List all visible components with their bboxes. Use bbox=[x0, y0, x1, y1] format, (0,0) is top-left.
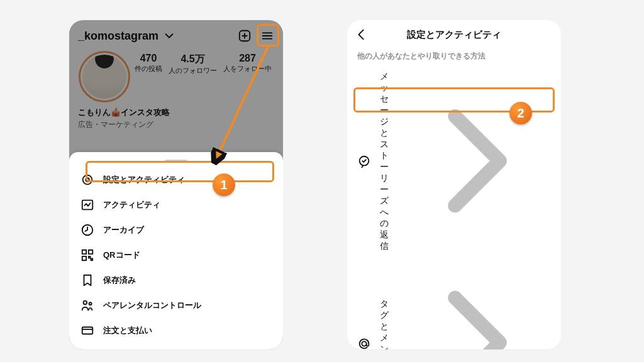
svg-rect-11 bbox=[89, 250, 92, 254]
saved-icon bbox=[80, 273, 94, 287]
tags-icon bbox=[357, 337, 371, 350]
svg-point-29 bbox=[362, 341, 366, 346]
profile-menu-sheet: 設定とアクティビティアクティビティアーカイブQRコード保存済みペアレンタルコント… bbox=[69, 152, 283, 349]
activity-icon bbox=[80, 198, 94, 212]
stat-followers-l: 人のフォロワー bbox=[169, 66, 217, 75]
setting-label: メッセージとストーリーズへの返信 bbox=[380, 71, 389, 252]
profile-menu-list: 設定とアクティビティアクティビティアーカイブQRコード保存済みペアレンタルコント… bbox=[78, 167, 274, 349]
messages-icon bbox=[357, 155, 371, 168]
stat-following[interactable]: 287 人をフォロー中 bbox=[223, 53, 272, 101]
svg-point-15 bbox=[84, 301, 87, 305]
stat-following-l: 人をフォロー中 bbox=[223, 64, 272, 74]
chevron-right-icon bbox=[397, 84, 551, 239]
meta-icon bbox=[80, 349, 94, 349]
settings-list-interaction: メッセージとストーリーズへの返信タグとメンションコメントシェア・リミックス制限中… bbox=[347, 64, 561, 349]
chevron-right-icon bbox=[397, 266, 551, 349]
settings-title: 設定とアクティビティ bbox=[407, 29, 501, 41]
svg-rect-17 bbox=[82, 327, 93, 334]
setting-label: タグとメンション bbox=[380, 299, 389, 350]
menu-item-label: 設定とアクティビティ bbox=[103, 174, 272, 185]
svg-point-7 bbox=[86, 178, 89, 182]
create-icon[interactable] bbox=[238, 29, 252, 43]
menu-item-label: 注文と支払い bbox=[103, 325, 272, 336]
menu-item-label: アクティビティ bbox=[103, 199, 272, 211]
svg-point-6 bbox=[83, 175, 92, 185]
svg-point-16 bbox=[89, 302, 92, 305]
menu-item-settings[interactable]: 設定とアクティビティ bbox=[78, 167, 274, 192]
menu-item-activity[interactable]: アクティビティ bbox=[78, 192, 274, 217]
parental-icon bbox=[80, 299, 94, 312]
phone-left: _komostagram 470 件の投稿 4. bbox=[69, 20, 283, 349]
stat-following-n: 287 bbox=[239, 53, 256, 64]
archive-icon bbox=[80, 223, 94, 237]
phone-right: 設定とアクティビティ 他の人があなたとやり取りできる方法 メッセージとストーリー… bbox=[347, 20, 561, 349]
category: 広告・マーケティング bbox=[78, 119, 274, 130]
menu-item-parental[interactable]: ペアレンタルコントロール bbox=[78, 293, 274, 318]
settings-icon bbox=[80, 173, 94, 187]
menu-item-label: アーカイブ bbox=[103, 224, 272, 236]
username[interactable]: _komostagram bbox=[78, 30, 158, 43]
back-button[interactable] bbox=[355, 28, 369, 41]
display-name: こもりん🎪インスタ攻略 bbox=[78, 107, 274, 118]
stat-posts-l: 件の投稿 bbox=[135, 64, 162, 74]
stat-followers-n: 4.5万 bbox=[180, 53, 204, 66]
svg-rect-10 bbox=[82, 250, 86, 254]
profile-stats-row: 470 件の投稿 4.5万 人のフォロワー 287 人をフォロー中 bbox=[78, 53, 274, 101]
setting-messages[interactable]: メッセージとストーリーズへの返信 bbox=[347, 64, 561, 259]
menu-item-qr[interactable]: QRコード bbox=[78, 243, 274, 268]
menu-item-label: QRコード bbox=[103, 250, 272, 261]
chevron-down-icon[interactable] bbox=[162, 29, 176, 43]
section-title-interaction: 他の人があなたとやり取りできる方法 bbox=[347, 47, 561, 64]
settings-header: 設定とアクティビティ bbox=[347, 20, 561, 47]
menu-item-orders[interactable]: 注文と支払い bbox=[78, 318, 274, 343]
stat-followers[interactable]: 4.5万 人のフォロワー bbox=[169, 53, 217, 101]
menu-item-meta[interactable]: Meta認証 bbox=[78, 343, 274, 349]
svg-rect-13 bbox=[89, 256, 91, 258]
stat-posts[interactable]: 470 件の投稿 bbox=[135, 53, 162, 101]
svg-rect-14 bbox=[91, 259, 93, 261]
menu-item-archive[interactable]: アーカイブ bbox=[78, 217, 274, 243]
svg-rect-12 bbox=[82, 256, 86, 260]
sheet-grip[interactable] bbox=[165, 160, 187, 162]
setting-tags[interactable]: タグとメンション bbox=[347, 259, 561, 349]
hamburger-menu-icon[interactable] bbox=[260, 29, 274, 43]
menu-item-label: 保存済み bbox=[103, 275, 272, 286]
profile-header: _komostagram bbox=[78, 29, 274, 43]
stat-posts-n: 470 bbox=[140, 53, 157, 64]
orders-icon bbox=[80, 324, 94, 337]
menu-item-saved[interactable]: 保存済み bbox=[78, 268, 274, 293]
menu-item-label: ペアレンタルコントロール bbox=[103, 300, 272, 311]
qr-icon bbox=[80, 248, 94, 262]
canvas: _komostagram 470 件の投稿 4. bbox=[0, 0, 644, 362]
avatar[interactable] bbox=[80, 53, 128, 101]
